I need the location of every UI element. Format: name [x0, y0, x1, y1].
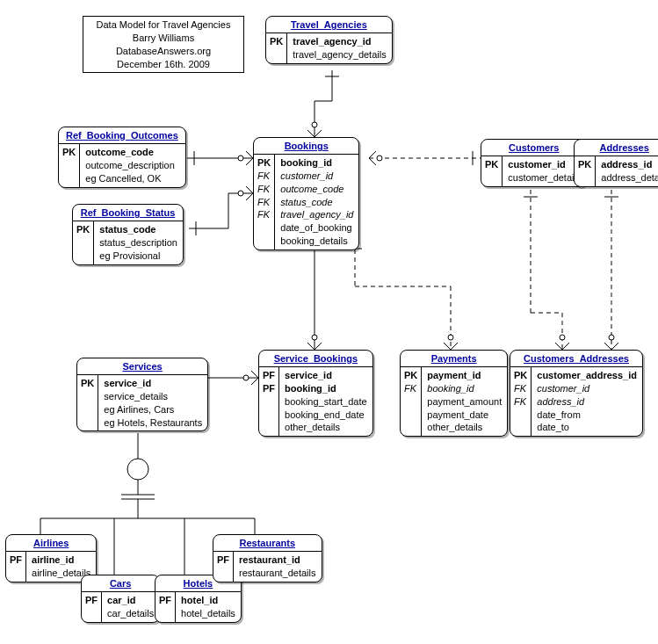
attr-cell: customer_details [508, 171, 581, 185]
meta-line: December 16th. 2009 [89, 58, 238, 71]
svg-line-41 [562, 343, 569, 350]
key-cell: FK [257, 196, 271, 209]
attr-cell: service_details [104, 390, 202, 403]
key-cell: PK [62, 146, 76, 159]
svg-point-18 [238, 191, 243, 196]
svg-line-16 [246, 186, 253, 193]
entity-title: Addresses [575, 140, 658, 156]
attr-cell: status_code [99, 223, 177, 236]
attr-cell: hotel_id [181, 594, 235, 607]
svg-line-50 [251, 371, 258, 378]
key-cell: PK [81, 377, 94, 390]
entity-restaurants: Restaurants PF restaurant_id restaurant_… [213, 534, 322, 582]
svg-line-9 [246, 151, 253, 158]
key-cell: PK [514, 369, 527, 382]
entity-title: Cars [82, 575, 159, 592]
attr-cell: booking_id [280, 156, 353, 170]
entity-ref-booking-outcomes: Ref_Booking_Outcomes PK outcome_code out… [58, 127, 186, 188]
entity-customers-addresses: Customers_Addresses PK FK FK customer_ad… [510, 350, 643, 437]
attr-cell: customer_id [537, 382, 637, 395]
attr-cell: booking_end_date [285, 409, 367, 422]
key-cell: PK [485, 158, 498, 171]
entity-customers: Customers PK customer_id customer_detail… [481, 139, 587, 187]
entity-bookings: Bookings PK FK FK FK FK booking_id custo… [253, 137, 359, 250]
attr-cell: eg Hotels, Restaurants [104, 416, 202, 430]
svg-point-47 [609, 335, 614, 340]
attr-cell: hotel_details [181, 607, 235, 620]
entity-title: Ref_Booking_Outcomes [59, 127, 185, 144]
entity-cars: Cars PF car_id car_details [81, 575, 160, 623]
svg-line-27 [315, 343, 322, 350]
key-cell: PK [404, 369, 417, 382]
svg-line-51 [251, 378, 258, 385]
attr-cell: status_description [99, 236, 177, 250]
key-cell: PK [270, 35, 283, 48]
attr-cell: customer_address_id [537, 369, 637, 382]
attr-cell: eg Provisional [99, 250, 177, 263]
attr-cell: booking_id [427, 382, 502, 395]
attr-cell: service_id [285, 369, 367, 382]
attr-cell: status_code [280, 196, 353, 209]
entity-title: Customers [481, 140, 586, 156]
key-cell: PK [257, 156, 271, 170]
attr-cell: date_to [537, 421, 637, 434]
key-cell: PF [159, 594, 171, 607]
attr-cell: outcome_code [280, 183, 353, 196]
svg-line-10 [246, 158, 253, 165]
attr-cell: payment_id [427, 369, 502, 382]
attr-cell: booking_id [285, 382, 367, 395]
attr-cell: outcome_description [85, 159, 175, 172]
relationships-svg [0, 0, 658, 644]
svg-point-11 [238, 156, 243, 161]
attr-cell: eg Airlines, Cars [104, 403, 202, 416]
svg-line-26 [307, 343, 315, 350]
attr-cell: airline_id [32, 554, 90, 567]
attr-cell: payment_date [427, 409, 502, 422]
attr-cell: address_id [601, 158, 658, 171]
svg-point-42 [560, 335, 565, 340]
entity-service-bookings: Service_Bookings PF PF service_id bookin… [258, 350, 373, 437]
attr-cell: booking_details [280, 235, 353, 248]
attr-cell: address_id [537, 395, 637, 409]
svg-line-34 [451, 343, 458, 350]
entity-payments: Payments PK FK payment_id booking_id pay… [400, 350, 508, 437]
entity-title: Bookings [254, 138, 358, 155]
entity-travel-agencies: Travel_Agencies PK travel_agency_id trav… [265, 16, 393, 64]
svg-line-45 [604, 343, 611, 350]
key-cell: FK [257, 183, 271, 196]
svg-line-20 [369, 151, 376, 158]
key-cell: PK [76, 223, 90, 236]
svg-line-40 [555, 343, 562, 350]
svg-line-46 [611, 343, 618, 350]
meta-line: Data Model for Travel Agencies [89, 18, 238, 32]
meta-line: Barry Williams [89, 32, 238, 45]
svg-point-52 [243, 375, 249, 380]
svg-point-22 [377, 156, 382, 161]
svg-line-17 [246, 193, 253, 200]
svg-line-33 [444, 343, 451, 350]
attr-cell: customer_id [508, 158, 581, 171]
attr-cell: car_id [107, 594, 154, 607]
attr-cell: payment_amount [427, 395, 502, 409]
attr-cell: booking_start_date [285, 395, 367, 409]
key-cell: FK [514, 382, 527, 395]
attr-cell: other_details [285, 421, 367, 434]
key-cell: FK [257, 208, 271, 221]
key-cell: PF [263, 382, 275, 395]
key-cell: PF [85, 594, 98, 607]
attr-cell: restaurant_id [239, 554, 315, 567]
svg-line-4 [307, 130, 315, 137]
meta-line: DatabaseAnswers.org [89, 45, 238, 58]
svg-line-5 [315, 130, 322, 137]
svg-line-21 [369, 158, 376, 165]
attr-cell: car_details [107, 607, 154, 620]
key-cell: FK [404, 382, 417, 395]
key-cell: PF [217, 554, 229, 567]
svg-point-6 [312, 122, 317, 127]
entity-ref-booking-status: Ref_Booking_Status PK status_code status… [72, 204, 184, 265]
entity-title: Services [77, 358, 207, 375]
metadata-box: Data Model for Travel Agencies Barry Wil… [83, 16, 244, 73]
attr-cell: restaurant_details [239, 567, 315, 580]
entity-title: Payments [401, 351, 507, 367]
attr-cell: address_details [601, 171, 658, 185]
